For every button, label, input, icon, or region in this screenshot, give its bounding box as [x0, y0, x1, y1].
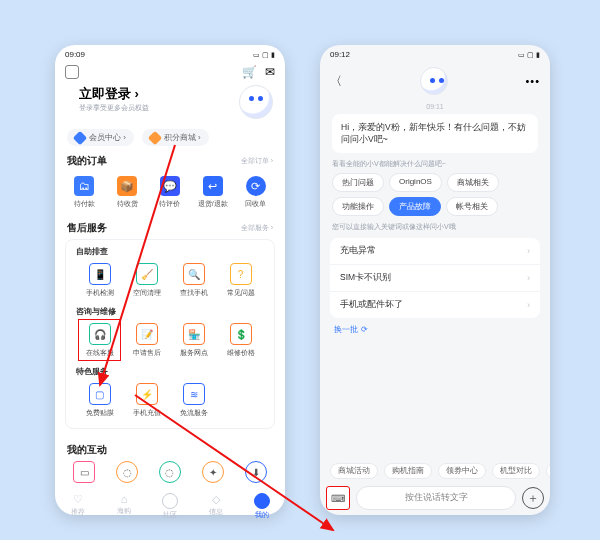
tag-activity[interactable]: 商城活动 [330, 463, 378, 479]
svc-online-support[interactable]: 🎧在线客服 [76, 321, 123, 360]
group-feature: 特色服务 [70, 364, 270, 377]
status-icons: ▭ ▢ ▮ [253, 51, 275, 59]
input-bar: ⌨ 按住说话转文字 ＋ [326, 486, 544, 510]
inter-1[interactable]: ▭ [63, 459, 106, 485]
chip-mall[interactable]: 商城相关 [447, 173, 499, 192]
svc-storage-clean[interactable]: 🧹空间清理 [123, 261, 170, 300]
order-review[interactable]: 💬待评价 [149, 174, 192, 211]
order-shipping[interactable]: 📦待收货 [106, 174, 149, 211]
svc-phone-check[interactable]: 📱手机检测 [76, 261, 123, 300]
hint-keyword: 您可以直接输入关键词或像这样问小V哦 [332, 222, 538, 232]
chevron-right-icon: › [527, 246, 530, 256]
refresh-icon: ⟳ [361, 325, 368, 334]
orders-all-link[interactable]: 全部订单 › [241, 156, 273, 166]
chevron-right-icon: › [527, 273, 530, 283]
settings-icon[interactable] [65, 65, 79, 79]
back-icon[interactable]: 〈 [330, 73, 342, 90]
chip-product-fault[interactable]: 产品故障 [389, 197, 441, 216]
order-pending-pay[interactable]: 🗂待付款 [63, 174, 106, 211]
inter-4[interactable]: ✦ [191, 459, 234, 485]
points-mall-pill[interactable]: 积分商城 › [142, 129, 209, 146]
svc-free-data[interactable]: ≋免流服务 [170, 381, 217, 420]
more-icon[interactable]: ••• [525, 75, 540, 87]
tag-more[interactable]: 以 [546, 463, 550, 479]
cart-icon[interactable]: 🛒 [242, 65, 257, 79]
tab-overseas[interactable]: ⌂海购 [101, 493, 147, 520]
login-sub: 登录享受更多会员权益 [79, 103, 149, 113]
tab-community[interactable]: 社区 [147, 493, 193, 520]
faq-charging[interactable]: 充电异常› [330, 238, 540, 265]
timestamp: 09:11 [320, 103, 550, 110]
status-icons: ▭ ▢ ▮ [518, 51, 540, 59]
inter-5[interactable]: ⬇ [234, 459, 277, 485]
inter-3[interactable]: ◌ [149, 459, 192, 485]
phone-left: 09:09 ▭ ▢ ▮ 🛒 ✉ 立即登录 › 登录享受更多会员权益 会员中心 ›… [55, 45, 285, 515]
tag-guide[interactable]: 购机指南 [384, 463, 432, 479]
faq-list: 充电异常› SIM卡不识别› 手机或配件坏了› [330, 238, 540, 318]
bot-avatar [420, 67, 448, 95]
svc-repair-price[interactable]: 💲维修价格 [217, 321, 264, 360]
chevron-right-icon: › [527, 300, 530, 310]
svc-service-point[interactable]: 🏪服务网点 [170, 321, 217, 360]
hint-capability: 看看全能的小V都能解决什么问题吧~ [332, 159, 538, 169]
svc-free-film[interactable]: ▢免费贴膜 [76, 381, 123, 420]
after-card: 自助排查 📱手机检测 🧹空间清理 🔍查找手机 ?常见问题 咨询与维修 🎧在线客服… [65, 239, 275, 429]
orders-title: 我的订单 [67, 154, 107, 168]
message-icon[interactable]: ✉ [265, 65, 275, 79]
chip-hot[interactable]: 热门问题 [332, 173, 384, 192]
plus-icon[interactable]: ＋ [522, 487, 544, 509]
after-title: 售后服务 [67, 221, 107, 235]
topic-chips: 热门问题 OriginOS 商城相关 功能操作 产品故障 帐号相关 [320, 173, 550, 216]
clock: 09:09 [65, 50, 85, 59]
chip-feature[interactable]: 功能操作 [332, 197, 384, 216]
voice-input[interactable]: 按住说话转文字 [356, 486, 516, 510]
greeting-bubble: Hi，亲爱的V粉，新年快乐！有什么问题，不妨问问小V吧~ [332, 114, 538, 153]
order-recycle[interactable]: ⟳回收单 [234, 174, 277, 211]
login-title[interactable]: 立即登录 › [79, 85, 149, 103]
phone-right: 09:12 ▭ ▢ ▮ 〈 ••• 09:11 Hi，亲爱的V粉，新年快乐！有什… [320, 45, 550, 515]
status-bar: 09:09 ▭ ▢ ▮ [55, 45, 285, 61]
status-bar: 09:12 ▭ ▢ ▮ [320, 45, 550, 61]
keyboard-icon[interactable]: ⌨ [326, 486, 350, 510]
svc-recharge[interactable]: ⚡手机充值 [123, 381, 170, 420]
tag-compare[interactable]: 机型对比 [492, 463, 540, 479]
tag-coupon[interactable]: 领券中心 [438, 463, 486, 479]
avatar[interactable] [239, 85, 273, 119]
quick-tags: 商城活动 购机指南 领券中心 机型对比 以 [320, 463, 550, 483]
orders-grid: 🗂待付款 📦待收货 💬待评价 ↩退货/退款 ⟳回收单 [55, 170, 285, 217]
clock: 09:12 [330, 50, 350, 59]
svc-apply-after[interactable]: 📝申请售后 [123, 321, 170, 360]
order-refund[interactable]: ↩退货/退款 [191, 174, 234, 211]
inter-2[interactable]: ◌ [106, 459, 149, 485]
rotate-link[interactable]: 换一批⟳ [334, 324, 536, 335]
after-all-link[interactable]: 全部服务 › [241, 223, 273, 233]
group-consult: 咨询与维修 [70, 304, 270, 317]
member-center-pill[interactable]: 会员中心 › [67, 129, 134, 146]
chip-account[interactable]: 帐号相关 [446, 197, 498, 216]
interaction-title: 我的互动 [67, 444, 107, 455]
tab-mine[interactable]: 我的 [239, 493, 285, 520]
tab-info[interactable]: ◇信息 [193, 493, 239, 520]
svc-find-phone[interactable]: 🔍查找手机 [170, 261, 217, 300]
group-selfcheck: 自助排查 [70, 244, 270, 257]
chip-originos[interactable]: OriginOS [389, 173, 442, 192]
bottom-tabs: ♡推荐 ⌂海购 社区 ◇信息 我的 [55, 491, 285, 524]
faq-sim[interactable]: SIM卡不识别› [330, 265, 540, 292]
faq-broken[interactable]: 手机或配件坏了› [330, 292, 540, 318]
svc-faq[interactable]: ?常见问题 [217, 261, 264, 300]
tab-recommend[interactable]: ♡推荐 [55, 493, 101, 520]
